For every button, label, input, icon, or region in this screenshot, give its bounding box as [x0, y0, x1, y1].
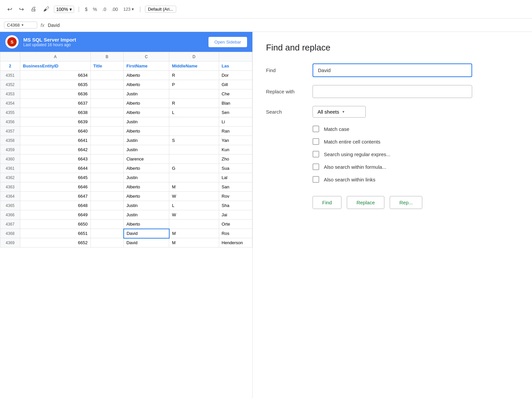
cell-e-4359[interactable]: Kun	[219, 145, 252, 154]
cell-d-4361[interactable]: G	[169, 164, 219, 173]
cell-a-4360[interactable]: 6643	[20, 154, 90, 164]
decimal1-button[interactable]: .0	[101, 6, 108, 13]
cell-c-4368[interactable]: David	[124, 229, 169, 238]
cell-e-4357[interactable]: Ran	[219, 127, 252, 136]
cell-c-4354[interactable]: Alberto	[124, 99, 169, 108]
cell-d-4353[interactable]	[169, 89, 219, 99]
cell-a-4366[interactable]: 6649	[20, 210, 90, 220]
replace-button[interactable]: Replace	[347, 196, 384, 209]
cell-e-4354[interactable]: Blan	[219, 99, 252, 108]
cell-a-4368[interactable]: 6651	[20, 229, 90, 238]
print-button[interactable]: 🖨	[29, 4, 39, 14]
cell-c-4364[interactable]: Alberto	[124, 192, 169, 201]
cell-b-4369[interactable]	[90, 238, 124, 248]
cell-c-4363[interactable]: Alberto	[124, 182, 169, 192]
cell-d-4368[interactable]: M	[169, 229, 219, 238]
cell-a-4353[interactable]: 6636	[20, 89, 90, 99]
cell-d-4354[interactable]: R	[169, 99, 219, 108]
currency-button[interactable]: $	[84, 6, 89, 13]
cell-c-4355[interactable]: Alberto	[124, 108, 169, 117]
cell-e-4363[interactable]: San	[219, 182, 252, 192]
cell-a-4356[interactable]: 6639	[20, 117, 90, 127]
cell-d-4355[interactable]: L	[169, 108, 219, 117]
cell-c-4359[interactable]: Justin	[124, 145, 169, 154]
cell-e-4353[interactable]: Che	[219, 89, 252, 99]
cell-d-4369[interactable]: M	[169, 238, 219, 248]
cell-a-4364[interactable]: 6647	[20, 192, 90, 201]
cell-c-4352[interactable]: Alberto	[124, 80, 169, 89]
cell-c-4369[interactable]: David	[124, 238, 169, 248]
cell-a-4359[interactable]: 6642	[20, 145, 90, 154]
cell-e-4360[interactable]: Zho	[219, 154, 252, 164]
cell-e-4352[interactable]: Gill	[219, 80, 252, 89]
percent-button[interactable]: %	[91, 6, 98, 13]
replace-all-button[interactable]: Rep...	[390, 196, 422, 209]
cell-d-4363[interactable]: M	[169, 182, 219, 192]
cell-c-4356[interactable]: Justin	[124, 117, 169, 127]
cell-c-4361[interactable]: Alberto	[124, 164, 169, 173]
regex-checkbox[interactable]: Search using regular expres...	[313, 151, 519, 157]
paint-format-button[interactable]: 🖌	[41, 4, 51, 14]
zoom-selector[interactable]: 100% ▾	[54, 6, 74, 13]
cell-e-4362[interactable]: Lal	[219, 173, 252, 182]
cell-e-4367[interactable]: Orte	[219, 220, 252, 229]
redo-button[interactable]: ↪	[17, 4, 26, 14]
open-sidebar-button[interactable]: Open Sidebar	[208, 37, 247, 47]
cell-d-4360[interactable]	[169, 154, 219, 164]
cell-b-4365[interactable]	[90, 201, 124, 210]
cell-e-4361[interactable]: Sua	[219, 164, 252, 173]
cell-c-4360[interactable]: Clarence	[124, 154, 169, 164]
cell-e-4369[interactable]: Henderson	[219, 238, 252, 248]
cell-d-4357[interactable]	[169, 127, 219, 136]
cell-b-4366[interactable]	[90, 210, 124, 220]
cell-title-header[interactable]: Title	[90, 61, 124, 71]
cell-d-4365[interactable]: L	[169, 201, 219, 210]
cell-a-4354[interactable]: 6637	[20, 99, 90, 108]
cell-d-4364[interactable]: W	[169, 192, 219, 201]
cell-b-4363[interactable]	[90, 182, 124, 192]
cell-b-4351[interactable]	[90, 71, 124, 80]
cell-b-4357[interactable]	[90, 127, 124, 136]
cell-b-4353[interactable]	[90, 89, 124, 99]
cell-e-4356[interactable]: Li	[219, 117, 252, 127]
cell-e-4364[interactable]: Rov	[219, 192, 252, 201]
replace-input[interactable]	[313, 85, 472, 98]
cell-e-4355[interactable]: Sen	[219, 108, 252, 117]
cell-a-4358[interactable]: 6641	[20, 136, 90, 145]
find-input[interactable]	[313, 63, 472, 77]
cell-d-4366[interactable]: W	[169, 210, 219, 220]
cell-b-4352[interactable]	[90, 80, 124, 89]
cell-b-4364[interactable]	[90, 192, 124, 201]
font-selector[interactable]: Default (Ari...	[145, 6, 176, 13]
cell-a-4355[interactable]: 6638	[20, 108, 90, 117]
cell-firstname-header[interactable]: FirstName	[124, 61, 169, 71]
cell-d-4362[interactable]	[169, 173, 219, 182]
cell-b-4368[interactable]	[90, 229, 124, 238]
cell-d-4359[interactable]	[169, 145, 219, 154]
undo-button[interactable]: ↩	[5, 4, 14, 14]
cell-b-4359[interactable]	[90, 145, 124, 154]
cell-reference-box[interactable]: C4368 ▾	[4, 22, 37, 29]
cell-d-4358[interactable]: S	[169, 136, 219, 145]
match-case-checkbox[interactable]: Match case	[313, 126, 519, 132]
cell-d-4356[interactable]	[169, 117, 219, 127]
cell-b-4360[interactable]	[90, 154, 124, 164]
cell-a-4362[interactable]: 6645	[20, 173, 90, 182]
cell-b-4354[interactable]	[90, 99, 124, 108]
cell-c-4367[interactable]: Alberto	[124, 220, 169, 229]
format-number-button[interactable]: 123 ▾	[122, 6, 135, 12]
links-checkbox[interactable]: Also search within links	[313, 176, 519, 183]
cell-b-4355[interactable]	[90, 108, 124, 117]
match-entire-checkbox[interactable]: Match entire cell contents	[313, 138, 519, 145]
cell-b-4367[interactable]	[90, 220, 124, 229]
cell-c-4362[interactable]: Justin	[124, 173, 169, 182]
cell-middlename-header[interactable]: MiddleName	[169, 61, 219, 71]
cell-c-4357[interactable]: Alberto	[124, 127, 169, 136]
cell-a-4365[interactable]: 6648	[20, 201, 90, 210]
cell-e-4366[interactable]: Jai	[219, 210, 252, 220]
cell-a-4369[interactable]: 6652	[20, 238, 90, 248]
cell-b-4356[interactable]	[90, 117, 124, 127]
formula-checkbox[interactable]: Also search within formula...	[313, 163, 519, 170]
cell-e-4358[interactable]: Yan	[219, 136, 252, 145]
cell-c-4351[interactable]: Alberto	[124, 71, 169, 80]
